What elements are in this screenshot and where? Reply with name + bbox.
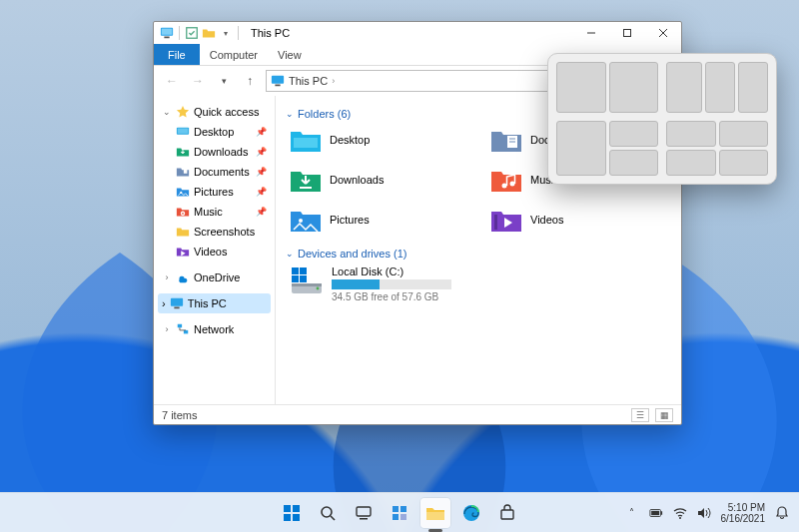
- taskbar-edge[interactable]: [456, 498, 486, 528]
- ribbon-view-tab[interactable]: View: [268, 44, 312, 65]
- sidebar-item-music[interactable]: Music📌: [158, 202, 271, 222]
- folder-downloads[interactable]: Downloads: [290, 166, 470, 194]
- snap-zone[interactable]: [719, 150, 769, 176]
- snap-layout-left-stack[interactable]: [556, 121, 658, 177]
- view-details-button[interactable]: ☰: [631, 408, 649, 422]
- widgets-button[interactable]: [385, 498, 414, 528]
- folder-videos[interactable]: Videos: [490, 206, 671, 234]
- snap-zone[interactable]: [609, 121, 659, 147]
- svg-rect-18: [171, 298, 183, 306]
- svg-point-33: [317, 287, 320, 290]
- snap-zone[interactable]: [738, 62, 768, 113]
- svg-rect-40: [284, 514, 291, 521]
- svg-rect-32: [292, 283, 322, 286]
- snap-zone[interactable]: [556, 62, 606, 113]
- sidebar-this-pc[interactable]: › This PC: [158, 293, 271, 313]
- snap-zone[interactable]: [556, 121, 606, 177]
- snap-zone[interactable]: [705, 62, 735, 113]
- address-segment[interactable]: This PC: [285, 75, 332, 87]
- close-button[interactable]: [645, 22, 681, 44]
- ribbon-file-tab[interactable]: File: [154, 44, 200, 65]
- drive-icon: [290, 266, 324, 297]
- wifi-icon[interactable]: [673, 506, 687, 520]
- sidebar-item-videos[interactable]: Videos: [158, 242, 271, 262]
- snap-zone[interactable]: [666, 121, 716, 147]
- notifications-icon[interactable]: [775, 506, 789, 520]
- pictures-folder-icon: [176, 185, 190, 199]
- svg-rect-21: [184, 330, 188, 334]
- folder-pictures[interactable]: Pictures: [290, 206, 470, 234]
- this-pc-icon: [160, 26, 174, 40]
- svg-rect-5: [624, 30, 631, 37]
- start-button[interactable]: [277, 498, 307, 528]
- snap-zone[interactable]: [666, 150, 716, 176]
- status-item-count: 7 items: [162, 409, 197, 421]
- ribbon-computer-tab[interactable]: Computer: [200, 44, 268, 65]
- snap-layout-three-columns[interactable]: [666, 62, 768, 113]
- downloads-folder-icon: [176, 145, 190, 159]
- sidebar-item-downloads[interactable]: Downloads📌: [158, 142, 271, 162]
- sidebar-item-pictures[interactable]: Pictures📌: [158, 182, 271, 202]
- task-view-button[interactable]: [349, 498, 379, 528]
- taskbar-file-explorer[interactable]: [420, 498, 450, 528]
- maximize-button[interactable]: [609, 22, 645, 44]
- tray-clock[interactable]: 5:10 PM 6/16/2021: [721, 502, 766, 524]
- snap-layout-split-two[interactable]: [556, 62, 658, 113]
- svg-point-56: [679, 517, 681, 519]
- battery-icon[interactable]: [649, 506, 663, 520]
- title-bar[interactable]: ▾ This PC: [154, 22, 681, 44]
- snap-zone[interactable]: [719, 121, 769, 147]
- music-folder-icon: [176, 205, 190, 219]
- folder-desktop[interactable]: Desktop: [290, 126, 470, 154]
- svg-rect-14: [184, 169, 188, 173]
- group-header-drives[interactable]: ⌄ Devices and drives (1): [286, 248, 671, 260]
- folder-icon: [176, 225, 190, 239]
- chevron-down-icon: ⌄: [286, 109, 294, 119]
- tray-overflow-icon[interactable]: ˄: [625, 506, 639, 520]
- minimize-button[interactable]: [573, 22, 609, 44]
- sidebar-item-screenshots[interactable]: Screenshots: [158, 222, 271, 242]
- svg-rect-1: [162, 29, 173, 35]
- taskbar[interactable]: ˄ 5:10 PM 6/16/2021: [0, 492, 799, 532]
- svg-rect-48: [393, 514, 399, 520]
- chevron-right-icon: ›: [162, 272, 172, 282]
- svg-rect-45: [360, 518, 368, 520]
- snap-layout-quad[interactable]: [666, 121, 768, 177]
- svg-rect-35: [300, 267, 307, 274]
- sidebar-network[interactable]: › Network: [158, 319, 271, 339]
- nav-up-button[interactable]: ↑: [240, 71, 260, 91]
- svg-rect-41: [293, 514, 300, 521]
- sidebar-quick-access[interactable]: ⌄ Quick access: [158, 102, 271, 122]
- window-title: This PC: [247, 27, 290, 39]
- taskbar-store[interactable]: [492, 498, 522, 528]
- system-tray[interactable]: ˄ 5:10 PM 6/16/2021: [625, 502, 800, 524]
- svg-rect-50: [426, 512, 444, 520]
- qat-dropdown-icon[interactable]: ▾: [219, 26, 233, 40]
- qat-new-folder-icon[interactable]: [202, 26, 216, 40]
- videos-folder-icon: [490, 206, 522, 234]
- address-this-pc-icon: [271, 74, 285, 88]
- svg-rect-22: [294, 138, 318, 148]
- nav-forward-button[interactable]: →: [188, 71, 208, 91]
- drive-local-disk-c[interactable]: Local Disk (C:) 34.5 GB free of 57.6 GB: [290, 266, 671, 302]
- svg-point-29: [299, 219, 303, 223]
- sidebar-item-desktop[interactable]: Desktop📌: [158, 122, 271, 142]
- chevron-down-icon: ⌄: [286, 249, 294, 259]
- qat-properties-icon[interactable]: [185, 26, 199, 40]
- snap-zone[interactable]: [666, 62, 702, 113]
- nav-back-button[interactable]: ←: [162, 71, 182, 91]
- sidebar-item-documents[interactable]: Documents📌: [158, 162, 271, 182]
- onedrive-icon: [176, 270, 190, 284]
- nav-recent-dropdown[interactable]: ▾: [214, 71, 234, 91]
- volume-icon[interactable]: [697, 506, 711, 520]
- snap-zone[interactable]: [609, 62, 659, 113]
- svg-rect-46: [393, 506, 399, 512]
- taskbar-search-button[interactable]: [313, 498, 343, 528]
- view-large-icons-button[interactable]: ▦: [655, 408, 673, 422]
- sidebar-onedrive[interactable]: › OneDrive: [158, 267, 271, 287]
- svg-rect-36: [292, 275, 299, 282]
- svg-rect-52: [501, 510, 513, 519]
- snap-zone[interactable]: [609, 150, 659, 176]
- svg-rect-47: [400, 506, 406, 512]
- music-folder-icon: [490, 166, 522, 194]
